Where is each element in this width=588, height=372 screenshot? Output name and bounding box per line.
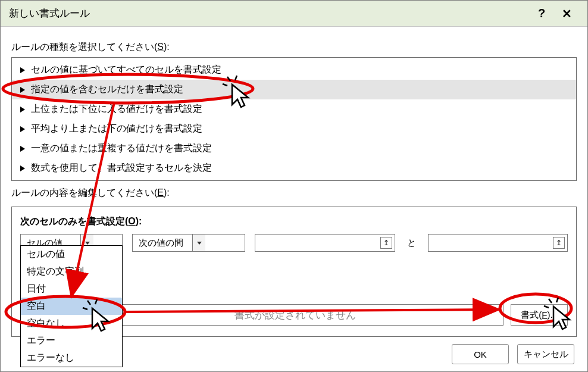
rule-type-item[interactable]: 上位または下位に入る値だけを書式設定 [12, 99, 576, 119]
rule-type-item[interactable]: 数式を使用して、書式設定するセルを決定 [12, 158, 576, 178]
value2-input[interactable]: ↥ [428, 234, 568, 252]
criteria-type-dropdown[interactable]: セルの値 特定の文字列 日付 空白 空白なし エラー エラーなし [20, 245, 123, 367]
value1-input[interactable]: ↥ [255, 234, 395, 252]
help-icon[interactable]: ? [529, 7, 554, 20]
dialog-title: 新しい書式ルール [9, 7, 529, 20]
dropdown-option[interactable]: 特定の文字列 [21, 263, 122, 280]
rule-type-item[interactable]: 平均より上または下の値だけを書式設定 [12, 119, 576, 139]
cancel-button[interactable]: キャンセル [517, 344, 574, 364]
rule-type-section-label: ルールの種類を選択してください(S): [11, 41, 577, 54]
rule-type-item[interactable]: セルの値に基づいてすべてのセルを書式設定 [12, 60, 576, 80]
arrow-icon [20, 67, 25, 73]
arrow-icon [20, 107, 25, 112]
close-icon[interactable]: ✕ [554, 7, 579, 21]
and-label: と [405, 237, 418, 249]
arrow-icon [20, 146, 25, 152]
edit-section-label: ルールの内容を編集してください(E): [11, 187, 577, 199]
arrow-icon [20, 126, 25, 132]
rule-type-item[interactable]: 一意の値または重複する値だけを書式設定 [12, 139, 576, 158]
rule-type-list[interactable]: セルの値に基づいてすべてのセルを書式設定 指定の値を含むセルだけを書式設定 上位… [11, 57, 577, 181]
dropdown-option[interactable]: 空白なし [21, 315, 122, 332]
preview-box: 書式が設定されていません [87, 304, 503, 326]
dialog-body: ルールの種類を選択してください(S): セルの値に基づいてすべてのセルを書式設定… [1, 27, 587, 371]
arrow-icon [20, 165, 25, 171]
range-ref-icon[interactable]: ↥ [553, 237, 565, 249]
dropdown-option[interactable]: 日付 [21, 280, 122, 298]
dropdown-option[interactable]: エラー [21, 332, 122, 349]
operator-combo[interactable]: 次の値の間 [132, 234, 245, 252]
titlebar: 新しい書式ルール ? ✕ [1, 1, 587, 27]
range-ref-icon[interactable]: ↥ [380, 237, 392, 249]
format-button[interactable]: 書式(F)... [511, 304, 568, 326]
chevron-down-icon[interactable] [192, 235, 205, 251]
new-format-rule-dialog: 新しい書式ルール ? ✕ ルールの種類を選択してください(S): セルの値に基づ… [0, 0, 588, 372]
arrow-icon [20, 87, 25, 93]
ok-button[interactable]: OK [452, 344, 509, 364]
dropdown-option[interactable]: 空白 [21, 298, 122, 315]
format-only-heading: 次のセルのみを書式設定(O): [20, 215, 568, 228]
rule-type-item[interactable]: 指定の値を含むセルだけを書式設定 [12, 80, 576, 99]
dropdown-option[interactable]: エラーなし [21, 349, 122, 367]
dropdown-option[interactable]: セルの値 [21, 246, 122, 263]
rule-edit-panel: 次のセルのみを書式設定(O): セルの値 次の値の間 ↥ と ↥ [11, 207, 577, 337]
